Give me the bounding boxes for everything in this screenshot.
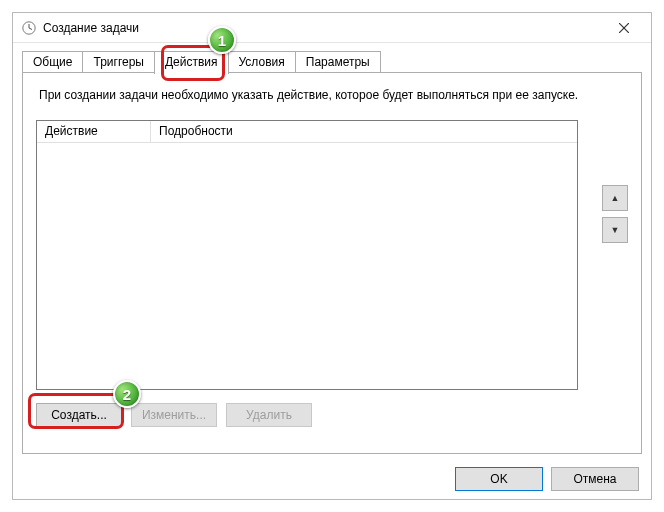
- edit-button: Изменить...: [131, 403, 217, 427]
- ok-button[interactable]: OK: [455, 467, 543, 491]
- create-button[interactable]: Создать...: [36, 403, 122, 427]
- clock-icon: [21, 20, 37, 36]
- list-header: Действие Подробности: [37, 121, 577, 143]
- move-down-button[interactable]: ▼: [602, 217, 628, 243]
- tab-strip: Общие Триггеры Действия Условия Параметр…: [22, 51, 380, 73]
- close-button[interactable]: [601, 14, 647, 42]
- tab-actions[interactable]: Действия: [154, 51, 229, 74]
- title-bar: Создание задачи: [13, 13, 651, 43]
- actions-list[interactable]: Действие Подробности: [36, 120, 578, 390]
- badge-2: 2: [113, 380, 141, 408]
- triangle-up-icon: ▲: [611, 193, 620, 203]
- tab-settings[interactable]: Параметры: [295, 51, 381, 73]
- move-up-button[interactable]: ▲: [602, 185, 628, 211]
- action-buttons-row: Создать... Изменить... Удалить: [36, 403, 312, 427]
- delete-button: Удалить: [226, 403, 312, 427]
- dialog-footer: OK Отмена: [455, 467, 639, 491]
- tab-conditions[interactable]: Условия: [228, 51, 296, 73]
- column-details[interactable]: Подробности: [151, 121, 577, 143]
- window-title: Создание задачи: [43, 21, 601, 35]
- column-action[interactable]: Действие: [37, 121, 151, 143]
- cancel-button[interactable]: Отмена: [551, 467, 639, 491]
- tab-triggers[interactable]: Триггеры: [82, 51, 155, 73]
- tab-general[interactable]: Общие: [22, 51, 83, 73]
- dialog-window: Создание задачи Общие Триггеры Действия …: [12, 12, 652, 500]
- badge-1: 1: [208, 26, 236, 54]
- instruction-text: При создании задачи необходимо указать д…: [39, 88, 578, 102]
- triangle-down-icon: ▼: [611, 225, 620, 235]
